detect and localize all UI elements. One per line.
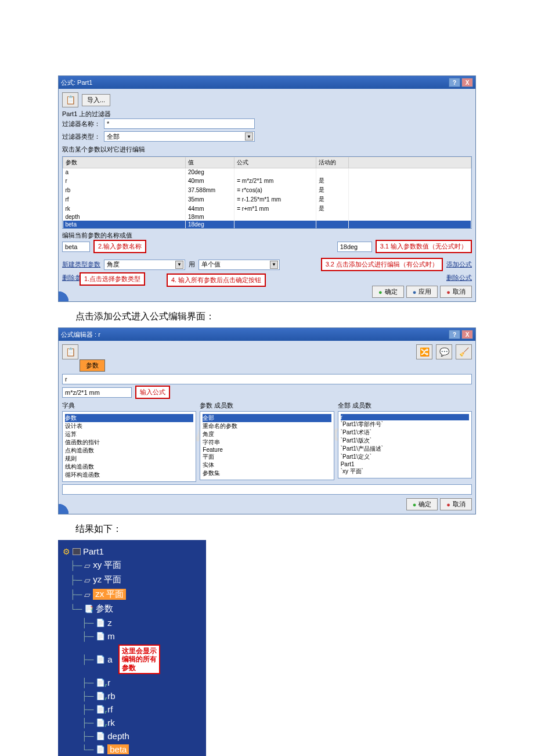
tree-connector-icon: ├─ [81,718,93,728]
table-row[interactable]: beta18deg [63,221,471,228]
plane-icon: ▱ [84,575,91,585]
plane-label: yz 平面 [93,574,121,585]
tool-icon-button[interactable]: 📋 [62,344,78,359]
tree-connector-icon: ├─ [81,631,93,641]
tree-param-item[interactable]: ├─📄rk [63,716,201,729]
filter-name-input[interactable] [104,118,255,129]
table-row[interactable]: rf35mm= r-1.25*m*1 mm是 [63,195,471,204]
formula-input[interactable] [62,387,132,398]
param-value-input[interactable] [337,242,372,252]
filter-icon-button[interactable]: 📋 [62,92,78,107]
spec-tree: ⚙ Part1 ├─▱xy 平面├─▱yz 平面├─▱zx 平面 └─ 📑 参数… [58,540,206,756]
tree-plane-item[interactable]: ├─▱xy 平面 [63,558,201,573]
new-param-link[interactable]: 新建类型参数 [62,260,100,269]
table-row[interactable]: depth18mm [63,213,471,221]
help-button[interactable]: ? [449,78,460,87]
tree-param-item[interactable]: ├─📄z [63,616,201,629]
list-item[interactable]: 设计表 [65,422,193,430]
add-formula-link[interactable]: 添加公式 [446,260,472,269]
param-tab[interactable]: 参数 [80,359,105,372]
plane-icon: ▱ [84,590,91,599]
list-item[interactable]: 值函数的指针 [65,438,193,447]
param-icon: 📄 [96,732,105,740]
tree-connector-icon: ├─ [81,618,93,628]
tree-plane-item[interactable]: ├─▱yz 平面 [63,573,201,587]
tree-param-item[interactable]: └─📄beta [63,743,201,756]
close-button[interactable]: X [461,78,473,87]
tree-icon-button[interactable]: 🔀 [416,344,432,359]
list-item[interactable]: 角度 [203,430,331,438]
tree-param-item[interactable]: ├─📄r [63,676,201,689]
param-type-combo[interactable]: 角度 ▼ [104,260,185,270]
list-item[interactable]: 循环构造函数 [65,471,193,479]
list-item[interactable]: 全部 [203,414,331,422]
window-title: 公式编辑器 : r [61,330,100,339]
erase-icon-button[interactable]: 🧹 [456,344,472,359]
unit-combo[interactable]: 单个值 ▼ [199,260,280,270]
tree-plane-item[interactable]: ├─▱zx 平面 [63,587,201,602]
tree-params-node[interactable]: └─ 📑 参数 [63,602,201,616]
cancel-button[interactable]: 取消 [440,498,472,510]
ok-button[interactable]: 确定 [372,286,404,298]
chevron-down-icon: ▼ [245,132,253,141]
list-item[interactable]: 重命名的参数 [203,422,331,430]
ok-button[interactable]: 确定 [406,498,438,510]
table-row[interactable]: r40mm= m*z/2*1 mm是 [63,176,471,185]
comment-icon-button[interactable]: 💬 [436,344,452,359]
param-label: z [107,618,112,628]
apply-button[interactable]: 应用 [406,286,438,298]
cancel-button[interactable]: 取消 [440,286,472,298]
tree-param-item[interactable]: ├─📄m [63,629,201,643]
import-button[interactable]: 导入... [82,94,110,106]
close-button[interactable]: X [461,330,473,339]
list-item[interactable]: `Part1\术语` [341,429,469,437]
param-icon: 📄 [96,618,105,627]
list-item[interactable]: `Part1\零部件号` [341,420,469,429]
parameter-grid[interactable]: 参数 值 公式 活动的 a20degr40mm= m*z/2*1 mm是rb37… [62,156,472,229]
tree-connector-icon: └─ [70,604,82,614]
table-row[interactable]: rk44mm= r+m*1 mm是 [63,204,471,213]
list-item[interactable]: `Part1\产品描述` [341,445,469,453]
col-active: 活动的 [316,157,348,168]
list-item[interactable]: 字符串 [203,438,331,447]
tree-connector-icon: ├─ [70,589,82,599]
dictionary-list[interactable]: 参数设计表运算值函数的指针点构造函数规则线构造函数循环构造函数 [62,411,196,482]
list-item[interactable]: 点构造函数 [65,447,193,455]
instruction-text-2: 结果如下： [75,523,476,535]
tree-connector-icon: ├─ [81,691,93,701]
tree-param-item[interactable]: ├─📄rb [63,689,201,703]
list-item[interactable]: 线构造函数 [65,463,193,471]
list-item[interactable]: r [341,414,469,420]
table-row[interactable]: rb37.588mm= r*cos(a)是 [63,185,471,195]
param-label: rb [107,691,115,701]
bottom-input[interactable] [62,484,472,495]
tree-param-item[interactable]: ├─📄a这里会显示编辑的所有参数 [63,643,201,676]
tree-param-item[interactable]: ├─📄rf [63,703,201,716]
callout-4: 4. 输入所有参数后点击确定按钮 [167,273,266,287]
list-item[interactable]: `Part1\版次` [341,437,469,445]
tree-connector-icon: └─ [81,744,93,754]
table-row[interactable]: a20deg [63,168,471,177]
param-name-input[interactable] [62,374,472,384]
col-formula: 公式 [234,157,316,168]
list-item[interactable]: 参数 [65,414,193,422]
list-item[interactable]: 参数集 [203,469,331,477]
list-item[interactable]: 规则 [65,455,193,463]
help-button[interactable]: ? [449,330,460,339]
param-name-input[interactable] [62,242,90,252]
tree-root[interactable]: ⚙ Part1 [63,545,201,558]
list-item[interactable]: 运算 [65,430,193,438]
delete-formula-link[interactable]: 删除公式 [446,273,472,282]
all-members-list[interactable]: r`Part1\零部件号``Part1\术语``Part1\版次``Part1\… [338,411,472,478]
list-item[interactable]: 平面 [203,453,331,461]
filter-type-combo[interactable]: 全部 ▼ [104,131,255,142]
tree-param-item[interactable]: ├─📄depth [63,729,201,743]
callout-32: 3.2 点击添加公式进行编辑（有公式时） [321,258,443,271]
list-item[interactable]: 实体 [203,461,331,469]
list-item[interactable]: Part1 [341,461,469,467]
instruction-text-1: 点击添加公式进入公式编辑界面： [75,311,476,323]
list-item[interactable]: `Part1\定义` [341,453,469,461]
list-item[interactable]: Feature [203,447,331,453]
list-item[interactable]: `xy 平面` [341,467,469,476]
members-list[interactable]: 全部重命名的参数角度字符串Feature平面实体参数集 [200,411,334,480]
